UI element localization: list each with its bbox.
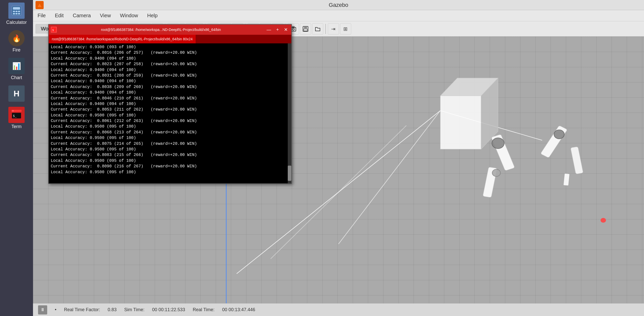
svg-rect-7 xyxy=(18,13,20,14)
fire-label: Fire xyxy=(13,47,21,53)
svg-rect-5 xyxy=(13,13,15,14)
terminal-titlebar: $ root@5f1d66387384: /home/workspa...ND-… xyxy=(49,25,291,35)
terminal-maximize-button[interactable]: + xyxy=(275,27,280,32)
svg-text:$: $ xyxy=(52,29,54,31)
dot-indicator: • xyxy=(55,307,56,312)
save-button[interactable] xyxy=(300,23,311,34)
svg-point-42 xyxy=(292,28,294,30)
menu-file[interactable]: File xyxy=(36,12,48,20)
sidebar-item-calculator[interactable]: Calculator xyxy=(6,3,27,25)
gazebo-titlebar: Gazebo xyxy=(33,0,644,10)
svg-rect-3 xyxy=(15,11,18,12)
sim-time-value: 00 00:11:22.533 xyxy=(152,307,185,312)
gazebo-menubar: File Edit Camera View Window Help xyxy=(33,10,644,21)
toolbar-separator-6 xyxy=(325,24,326,34)
calculator-label: Calculator xyxy=(6,20,27,25)
terminal-body[interactable]: Local Accuracy: 0.9300 (093 of 100) Curr… xyxy=(49,43,291,183)
sidebar-item-term[interactable]: $_ Term xyxy=(8,107,25,129)
chart-label: Chart xyxy=(11,75,22,80)
menu-help[interactable]: Help xyxy=(145,12,160,20)
sim-time-label: Sim Time: xyxy=(124,307,144,312)
svg-rect-1 xyxy=(13,7,20,10)
gazebo-statusbar: ⏸ • Real Time Factor: 0.83 Sim Time: 00 … xyxy=(33,303,644,316)
svg-rect-57 xyxy=(540,126,567,158)
terminal-icon: $ xyxy=(51,27,57,33)
svg-rect-46 xyxy=(304,29,307,31)
desktop: Calculator 🔥 Fire 📊 Chart H $_ xyxy=(0,0,644,316)
terminal-title: root@5f1d66387384: /home/workspa...ND-De… xyxy=(59,28,263,32)
svg-point-10 xyxy=(12,110,14,112)
sidebar-item-chart[interactable]: 📊 Chart xyxy=(8,58,25,80)
chart-icon: 📊 xyxy=(8,58,25,74)
svg-text:$_: $_ xyxy=(13,114,17,118)
svg-point-56 xyxy=(492,169,500,177)
svg-rect-45 xyxy=(304,26,307,28)
align-button[interactable]: ⇥ xyxy=(328,23,339,34)
svg-point-61 xyxy=(554,130,564,139)
main-area: Gazebo File Edit Camera View Window Help… xyxy=(33,0,644,316)
realtime-factor-value: 0.83 xyxy=(108,307,116,312)
sidebar-item-fire[interactable]: 🔥 Fire xyxy=(8,30,25,53)
open-button[interactable] xyxy=(312,23,323,34)
taskbar-left: Calculator 🔥 Fire 📊 Chart H $_ xyxy=(0,0,33,316)
terminal-tabbar: root@5f1d66387384: /home/workspace/RoboN… xyxy=(49,35,291,43)
h-icon: H xyxy=(8,85,25,102)
svg-rect-4 xyxy=(18,11,20,12)
calculator-icon xyxy=(8,3,25,19)
terminal-scrollbar[interactable] xyxy=(288,43,291,183)
real-time-label: Real Time: xyxy=(193,307,215,312)
term-label: Term xyxy=(11,124,22,129)
term-icon: $_ xyxy=(8,107,25,123)
menu-camera[interactable]: Camera xyxy=(71,12,93,20)
sidebar-item-h[interactable]: H xyxy=(8,85,25,102)
terminal-close-button[interactable]: ✕ xyxy=(282,27,289,32)
pause-button[interactable]: ⏸ xyxy=(38,305,47,314)
menu-edit[interactable]: Edit xyxy=(53,12,65,20)
svg-rect-58 xyxy=(570,147,583,174)
svg-rect-2 xyxy=(13,11,15,12)
terminal-window[interactable]: $ root@5f1d66387384: /home/workspa...ND-… xyxy=(48,24,292,184)
svg-rect-6 xyxy=(15,13,18,14)
terminal-scrollbar-thumb[interactable] xyxy=(288,166,291,181)
terminal-minimize-button[interactable]: — xyxy=(265,27,273,32)
terminal-tab[interactable]: root@5f1d66387384: /home/workspace/RoboN… xyxy=(49,35,196,43)
svg-point-62 xyxy=(601,218,606,223)
snap-button[interactable]: ⊞ xyxy=(340,23,351,34)
menu-view[interactable]: View xyxy=(98,12,113,20)
gazebo-logo xyxy=(36,1,44,9)
svg-rect-59 xyxy=(563,173,570,186)
menu-window[interactable]: Window xyxy=(118,12,140,20)
realtime-factor-label: Real Time Factor: xyxy=(64,307,100,312)
real-time-value: 00 00:13:47.446 xyxy=(222,307,255,312)
gazebo-title: Gazebo xyxy=(329,2,348,8)
svg-point-60 xyxy=(492,138,504,149)
svg-marker-51 xyxy=(440,96,481,149)
fire-icon: 🔥 xyxy=(8,30,25,46)
